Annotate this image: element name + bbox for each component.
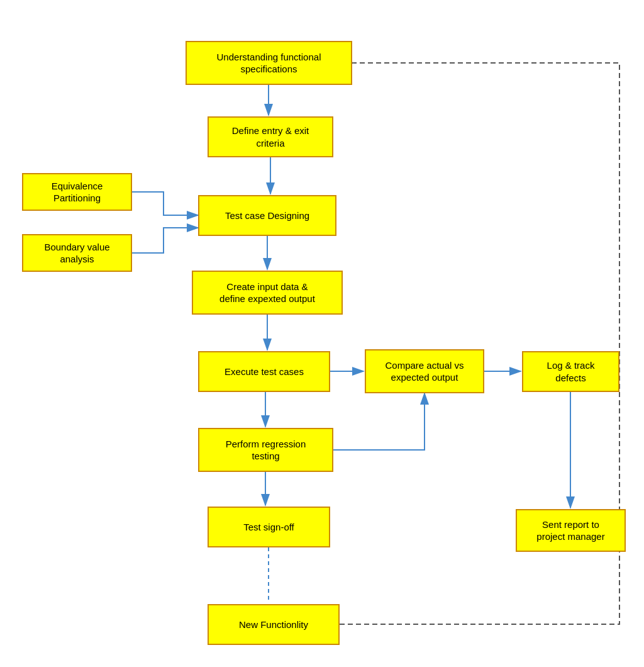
box-define: Define entry & exitcriteria bbox=[208, 116, 333, 157]
box-signoff: Test sign-off bbox=[208, 507, 330, 547]
box-compare: Compare actual vsexpected output bbox=[365, 349, 484, 393]
arrows-svg bbox=[0, 0, 644, 667]
box-logtrack: Log & trackdefects bbox=[522, 351, 619, 392]
flowchart: Understanding functionalspecifications D… bbox=[0, 0, 644, 667]
box-sentreport: Sent report toproject manager bbox=[516, 509, 626, 552]
box-newfunc: New Functionlity bbox=[208, 604, 340, 645]
box-regression: Perform regressiontesting bbox=[198, 428, 333, 472]
box-equivalence: EquivalencePartitioning bbox=[22, 173, 132, 211]
box-testcase: Test case Designing bbox=[198, 195, 336, 236]
box-understand: Understanding functionalspecifications bbox=[186, 41, 352, 85]
box-boundary: Boundary valueanalysis bbox=[22, 234, 132, 272]
box-createinput: Create input data &define expexted outpu… bbox=[192, 271, 343, 315]
box-execute: Execute test cases bbox=[198, 351, 330, 392]
